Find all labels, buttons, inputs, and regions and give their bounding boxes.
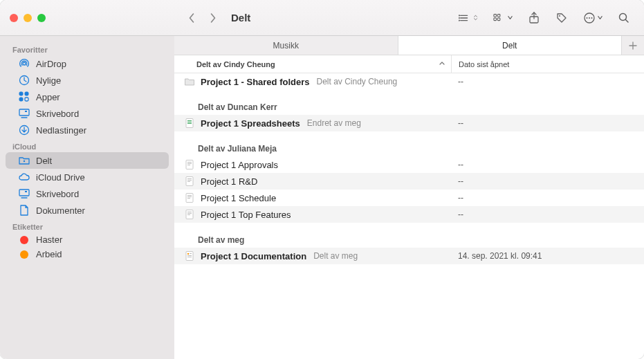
sidebar-header-icloud: iCloud — [0, 138, 174, 152]
group-icon — [493, 12, 506, 24]
file-row[interactable]: Project 1 Top Features-- — [174, 206, 644, 223]
back-button[interactable] — [183, 10, 201, 26]
svg-rect-7 — [497, 14, 500, 17]
svg-rect-8 — [493, 18, 496, 21]
list-icon — [459, 12, 471, 24]
file-row[interactable]: Project 1 - Shared foldersDelt av Cindy … — [174, 73, 644, 90]
sidebar-item-downloads[interactable]: Nedlastinger — [6, 122, 169, 138]
file-name: Project 1 Approvals — [201, 160, 278, 170]
sidebar-item-shared[interactable]: Delt — [6, 152, 169, 169]
tag-icon — [555, 12, 568, 24]
sidebar-item-apps[interactable]: Apper — [6, 89, 169, 105]
chevron-left-icon — [188, 12, 196, 24]
window-title: Delt — [231, 12, 250, 24]
svg-point-5 — [459, 20, 459, 21]
file-subtitle: Delt av Cindy Cheung — [317, 77, 398, 86]
sidebar-item-recents[interactable]: Nylige — [6, 72, 169, 89]
svg-point-4 — [459, 17, 459, 18]
updown-icon — [472, 15, 479, 21]
sidebar-tag-work[interactable]: Arbeid — [6, 247, 169, 261]
file-row[interactable]: Project 1 R&D-- — [174, 173, 644, 190]
close-button[interactable] — [10, 14, 18, 22]
doc-icon — [184, 176, 195, 187]
svg-point-11 — [559, 15, 560, 17]
forward-button[interactable] — [203, 10, 221, 26]
file-name: Project 1 Documentation — [201, 251, 306, 261]
cloud-icon — [18, 171, 30, 183]
maximize-button[interactable] — [37, 14, 46, 22]
svg-rect-21 — [25, 92, 28, 95]
sort-arrow-icon — [439, 60, 445, 68]
minimize-button[interactable] — [24, 14, 32, 22]
file-name: Project 1 Schedule — [201, 193, 276, 203]
share-button[interactable] — [522, 9, 546, 27]
desktop-icon — [18, 187, 30, 200]
svg-point-13 — [586, 17, 587, 19]
file-date: -- — [451, 77, 644, 86]
group-header: Delt av Duncan Kerr — [174, 90, 644, 115]
svg-rect-22 — [19, 98, 23, 101]
svg-point-15 — [591, 17, 592, 19]
group-header: Delt av meg — [174, 223, 644, 248]
file-row[interactable]: Project 1 DocumentationDelt av meg14. se… — [174, 248, 644, 264]
airdrop-icon — [18, 57, 30, 70]
file-row[interactable]: Project 1 Schedule-- — [174, 190, 644, 206]
search-icon — [618, 12, 630, 24]
sidebar-tag-urgent[interactable]: Haster — [6, 232, 169, 247]
file-row[interactable]: Project 1 SpreadsheetsEndret av meg-- — [174, 115, 644, 131]
shared-folder-icon — [18, 154, 30, 167]
group-button[interactable] — [488, 9, 518, 27]
sidebar-label: Nylige — [36, 75, 61, 86]
sidebar-label: Haster — [36, 234, 62, 245]
sidebar-item-desktop-icloud[interactable]: Skrivebord — [6, 185, 169, 202]
sidebar-label: Nedlastinger — [36, 125, 86, 136]
file-list: Project 1 - Shared foldersDelt av Cindy … — [174, 73, 644, 359]
tabs: Musikk Delt — [174, 36, 644, 55]
download-icon — [18, 124, 30, 136]
traffic-lights — [0, 14, 174, 22]
sidebar-item-desktop[interactable]: Skrivebord — [6, 105, 169, 122]
tag-dot-orange — [20, 250, 28, 259]
svg-rect-6 — [493, 14, 496, 17]
svg-rect-29 — [19, 190, 29, 196]
sidebar-item-airdrop[interactable]: AirDrop — [6, 55, 169, 72]
plus-icon — [629, 42, 637, 50]
tab-add-button[interactable] — [622, 36, 644, 55]
titlebar: Delt — [0, 0, 644, 36]
file-row[interactable]: Project 1 Approvals-- — [174, 156, 644, 173]
file-date: -- — [451, 160, 644, 169]
pages-icon — [184, 250, 195, 261]
doc-icon — [18, 204, 30, 217]
tab-musikk[interactable]: Musikk — [174, 36, 398, 55]
svg-point-14 — [589, 17, 590, 19]
search-button[interactable] — [612, 9, 636, 27]
column-header-date[interactable]: Dato sist åpnet — [451, 55, 644, 73]
chevron-right-icon — [209, 12, 217, 24]
file-date: -- — [451, 210, 644, 219]
view-list-button[interactable] — [453, 9, 484, 27]
toolbar: Delt — [174, 9, 644, 27]
chevron-down-icon — [507, 15, 513, 21]
svg-rect-24 — [19, 109, 29, 116]
svg-rect-20 — [19, 92, 23, 95]
file-date: -- — [451, 118, 644, 128]
group-header: Delt av Juliana Meja — [174, 131, 644, 156]
tab-delt[interactable]: Delt — [398, 36, 623, 55]
column-headers: Delt av Cindy Cheung Dato sist åpnet — [174, 55, 644, 73]
sidebar-header-favorites: Favoritter — [0, 42, 174, 55]
sidebar-item-icloud-drive[interactable]: iCloud Drive — [6, 169, 169, 185]
sidebar-label: Skrivebord — [36, 109, 79, 119]
sidebar: Favoritter AirDrop Nylige Apper Skrivebo… — [0, 36, 174, 359]
column-header-name[interactable]: Delt av Cindy Cheung — [174, 60, 451, 68]
more-icon — [583, 12, 596, 24]
more-button[interactable] — [578, 9, 608, 27]
svg-point-28 — [24, 160, 25, 162]
file-name: Project 1 - Shared folders — [201, 77, 310, 87]
sidebar-item-documents[interactable]: Dokumenter — [6, 202, 169, 219]
apps-icon — [18, 91, 30, 103]
sidebar-label: Delt — [36, 156, 52, 166]
tags-button[interactable] — [550, 9, 573, 27]
file-subtitle: Endret av meg — [307, 118, 361, 128]
sidebar-label: Apper — [36, 92, 60, 102]
tag-dot-red — [20, 236, 28, 244]
